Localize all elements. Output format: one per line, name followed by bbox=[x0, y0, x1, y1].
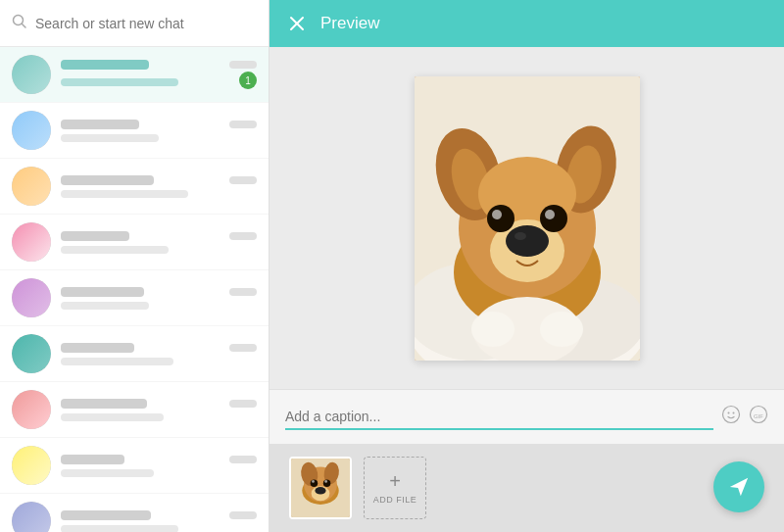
chat-name-bar bbox=[61, 510, 151, 520]
svg-point-17 bbox=[514, 232, 526, 240]
chat-name-row bbox=[61, 120, 257, 129]
chat-list-item[interactable] bbox=[0, 438, 269, 494]
gif-icon[interactable]: GIF bbox=[749, 405, 768, 429]
chat-msg-row bbox=[61, 411, 257, 421]
chat-name-bar bbox=[61, 455, 124, 464]
svg-point-25 bbox=[723, 407, 740, 423]
chat-list-item[interactable] bbox=[0, 270, 269, 326]
caption-bar: GIF bbox=[270, 389, 784, 444]
chat-text-block bbox=[61, 231, 257, 254]
svg-text:GIF: GIF bbox=[754, 413, 763, 419]
avatar-image bbox=[12, 334, 51, 373]
chat-name-bar bbox=[61, 287, 144, 297]
search-input[interactable] bbox=[35, 16, 257, 31]
chat-time-bar bbox=[229, 61, 257, 69]
avatar bbox=[12, 111, 51, 150]
chat-msg-row bbox=[61, 131, 257, 142]
chat-name-row bbox=[61, 455, 257, 464]
add-file-label: ADD FILE bbox=[373, 495, 417, 505]
chat-name-bar bbox=[61, 343, 134, 353]
close-button[interactable] bbox=[285, 12, 309, 35]
chat-msg-row bbox=[61, 522, 257, 533]
chat-name-bar bbox=[61, 175, 154, 185]
chat-list-item[interactable] bbox=[0, 215, 269, 270]
bottom-bar: + ADD FILE bbox=[270, 444, 784, 532]
avatar bbox=[12, 55, 51, 94]
chat-time-bar bbox=[229, 400, 257, 408]
svg-point-24 bbox=[540, 312, 583, 347]
chat-name-bar bbox=[61, 120, 139, 129]
avatar-image bbox=[12, 167, 51, 206]
chat-time-bar bbox=[229, 288, 257, 296]
chat-list-item[interactable] bbox=[0, 382, 269, 438]
chat-name-bar bbox=[61, 231, 129, 241]
chat-name-row bbox=[61, 343, 257, 353]
chat-name-bar bbox=[61, 60, 149, 70]
chat-list: 1 bbox=[0, 47, 269, 532]
avatar-image bbox=[12, 502, 51, 532]
chat-time-bar bbox=[229, 344, 257, 352]
send-button[interactable] bbox=[713, 461, 764, 512]
chat-text-block bbox=[61, 287, 257, 310]
preview-header: Preview bbox=[270, 0, 784, 47]
avatar-image bbox=[12, 278, 51, 317]
avatar bbox=[12, 167, 51, 206]
chat-msg-bar bbox=[61, 525, 178, 533]
svg-point-23 bbox=[471, 312, 514, 347]
chat-msg-bar bbox=[61, 469, 154, 477]
chat-list-item[interactable]: 1 bbox=[0, 47, 269, 103]
chat-text-block: 1 bbox=[61, 60, 257, 89]
chat-time-bar bbox=[229, 511, 257, 519]
svg-point-19 bbox=[540, 205, 567, 232]
svg-point-36 bbox=[315, 487, 325, 495]
svg-point-20 bbox=[492, 210, 502, 219]
avatar-image bbox=[12, 222, 51, 262]
chat-name-row bbox=[61, 510, 257, 520]
thumbnail-image[interactable] bbox=[289, 457, 352, 519]
unread-badge: 1 bbox=[239, 72, 257, 89]
chat-list-item[interactable] bbox=[0, 494, 269, 532]
preview-panel: Preview bbox=[270, 0, 784, 532]
chat-msg-row bbox=[61, 187, 257, 198]
chat-text-block bbox=[61, 399, 257, 421]
preview-main bbox=[270, 47, 784, 389]
chat-list-item[interactable] bbox=[0, 326, 269, 382]
chat-name-row bbox=[61, 231, 257, 241]
chat-list-item[interactable] bbox=[0, 103, 269, 159]
chat-name-row bbox=[61, 60, 257, 70]
chat-text-block bbox=[61, 120, 257, 142]
avatar bbox=[12, 446, 51, 485]
avatar-image bbox=[12, 55, 51, 94]
chat-name-row bbox=[61, 175, 257, 185]
chat-msg-row bbox=[61, 243, 257, 254]
sidebar: 1 bbox=[0, 0, 270, 532]
svg-line-1 bbox=[23, 24, 26, 28]
chat-text-block bbox=[61, 175, 257, 198]
avatar bbox=[12, 222, 51, 262]
caption-input[interactable] bbox=[285, 405, 713, 430]
chat-msg-row bbox=[61, 355, 257, 365]
chat-msg-bar bbox=[61, 413, 164, 421]
plus-icon: + bbox=[389, 471, 401, 491]
chat-msg-bar bbox=[61, 358, 173, 365]
svg-point-39 bbox=[312, 480, 315, 483]
emoji-icon[interactable] bbox=[721, 405, 741, 429]
avatar bbox=[12, 502, 51, 532]
chat-name-row bbox=[61, 399, 257, 409]
avatar-image bbox=[12, 390, 51, 429]
chat-msg-bar bbox=[61, 78, 178, 86]
chat-msg-bar bbox=[61, 302, 149, 310]
avatar-image bbox=[12, 446, 51, 485]
svg-point-26 bbox=[728, 412, 730, 414]
chat-msg-row bbox=[61, 299, 257, 310]
avatar-image bbox=[12, 111, 51, 150]
chat-time-bar bbox=[229, 176, 257, 184]
chat-text-block bbox=[61, 510, 257, 533]
chat-time-bar bbox=[229, 121, 257, 128]
chat-list-item[interactable] bbox=[0, 159, 269, 215]
add-file-button[interactable]: + ADD FILE bbox=[364, 457, 426, 519]
svg-point-27 bbox=[733, 412, 735, 414]
chat-text-block bbox=[61, 455, 257, 477]
chat-msg-bar bbox=[61, 134, 159, 142]
chat-msg-bar bbox=[61, 246, 169, 254]
